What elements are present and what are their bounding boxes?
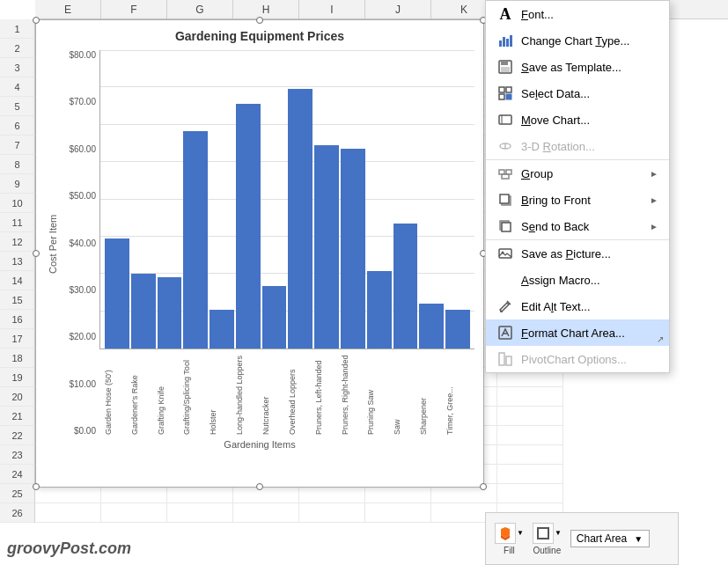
menu-item-change-chart-type[interactable]: Change Chart Type... — [486, 27, 669, 54]
menu-label-change-chart-type: Change Chart Type... — [521, 34, 658, 48]
bar-overhead-loppers — [288, 89, 313, 349]
x-label: Timer, Gree... — [445, 349, 470, 437]
svg-rect-11 — [499, 115, 511, 124]
row-header: 16 — [0, 310, 35, 329]
menu-item-edit-alt-text[interactable]: Edit Alt Text... — [486, 293, 669, 319]
x-label: Saw — [393, 349, 417, 437]
fill-button[interactable] — [495, 523, 516, 544]
menu-item-bring-to-front[interactable]: Bring to Front ► — [486, 187, 669, 213]
menu-label-select-data: Select Data... — [521, 87, 658, 100]
chart-handle-top[interactable] — [256, 17, 263, 24]
menu-item-assign-macro[interactable]: Assign Macro... — [486, 267, 669, 293]
svg-rect-22 — [499, 249, 511, 258]
x-label: Pruners, Right-handed — [341, 349, 365, 437]
bars-row — [100, 50, 474, 349]
spreadsheet: E F G H I J K N 1 2 3 4 5 6 7 8 9 10 11 … — [0, 0, 728, 565]
x-axis-label: Gardening Items — [45, 439, 474, 450]
svg-rect-9 — [499, 94, 504, 99]
row-header: 21 — [0, 407, 35, 426]
fill-dropdown-arrow[interactable]: ▼ — [517, 529, 524, 537]
chart-handle-bottomleft[interactable] — [33, 483, 40, 490]
bars-area: Garden Hose (50') Gardener's Rake Grafti… — [99, 50, 474, 437]
outline-button[interactable] — [533, 523, 554, 544]
menu-label-save-as-picture: Save as Picture... — [521, 247, 658, 260]
svg-rect-7 — [499, 87, 504, 92]
font-icon: A — [496, 5, 514, 23]
row-header: 6 — [0, 116, 35, 136]
3d-rotation-icon — [496, 137, 514, 155]
chart-handle-topleft[interactable] — [33, 17, 40, 24]
menu-item-select-data[interactable]: Select Data... — [486, 80, 669, 106]
send-to-back-icon — [496, 217, 514, 235]
row-headers: 1 2 3 4 5 6 7 8 9 10 11 12 13 14 15 16 1… — [0, 19, 35, 523]
cursor-indicator: ↗ — [657, 334, 664, 344]
y-tick: $50.00 — [61, 191, 99, 201]
menu-label-format-chart-area: Format Chart Area... — [521, 327, 658, 340]
outline-label: Outline — [533, 546, 562, 555]
x-label: Grafting Knife — [157, 349, 181, 437]
bar-grafting-knife — [158, 277, 182, 349]
x-label: Long-handled Loppers — [235, 349, 260, 437]
save-as-picture-icon — [496, 245, 514, 262]
svg-rect-21 — [502, 223, 511, 231]
row-header: 22 — [0, 426, 35, 445]
row-header: 18 — [0, 349, 35, 368]
col-header-j: J — [365, 0, 431, 18]
bar-pruners-lefthanded — [314, 145, 339, 349]
menu-label-pivotchart-options: PivotChart Options... — [521, 353, 658, 366]
select-dropdown-arrow: ▼ — [634, 534, 643, 544]
outline-button-group: ▼ Outline — [533, 523, 562, 555]
menu-item-font[interactable]: A Font... — [486, 1, 669, 27]
outline-dropdown-arrow[interactable]: ▼ — [555, 529, 562, 537]
chart-area-value: Chart Area — [577, 532, 627, 545]
menu-label-group: Group — [521, 167, 650, 180]
edit-alt-text-icon — [496, 297, 514, 315]
menu-item-3d-rotation: 3-D Rotation... — [486, 133, 669, 159]
svg-rect-6 — [501, 67, 510, 72]
svg-rect-17 — [502, 174, 509, 179]
chart-container[interactable]: Gardening Equipment Prices Cost Per Item… — [35, 19, 484, 488]
svg-rect-8 — [506, 87, 511, 92]
y-tick: $80.00 — [61, 50, 99, 60]
x-label: Pruning Saw — [366, 349, 391, 437]
svg-rect-29 — [506, 356, 511, 365]
x-label: Nutcracker — [261, 349, 286, 437]
bar-longhandled-loppers — [236, 104, 261, 349]
y-tick: $30.00 — [61, 285, 99, 295]
outline-icon-row: ▼ — [533, 523, 562, 544]
y-axis-label: Cost Per Item — [45, 50, 61, 437]
svg-rect-0 — [499, 40, 502, 47]
chart-area-select[interactable]: Chart Area ▼ — [570, 530, 650, 547]
fill-icon-row: ▼ — [495, 523, 524, 544]
row-header: 7 — [0, 136, 35, 155]
assign-macro-icon — [496, 271, 514, 289]
move-chart-icon — [496, 111, 514, 128]
row-header: 4 — [0, 77, 35, 97]
svg-rect-1 — [503, 37, 505, 47]
chart-handle-left[interactable] — [33, 250, 40, 257]
col-header-e: E — [35, 0, 101, 18]
menu-item-save-as-template[interactable]: Save as Template... — [486, 54, 669, 80]
chart-handle-bottom[interactable] — [256, 483, 263, 490]
row-header: 5 — [0, 97, 35, 116]
row-header: 17 — [0, 329, 35, 349]
bar-saw — [393, 224, 418, 349]
menu-item-send-to-back[interactable]: Send to Back ► — [486, 213, 669, 239]
menu-item-save-as-picture[interactable]: Save as Picture... — [486, 240, 669, 267]
row-header: 12 — [0, 232, 35, 252]
menu-item-group[interactable]: Group ► — [486, 160, 669, 187]
row-header: 10 — [0, 194, 35, 213]
row-header: 2 — [0, 39, 35, 58]
chart-handle-bottomright[interactable] — [480, 483, 487, 490]
bar-grafting-splicing-tool — [183, 131, 208, 349]
menu-item-move-chart[interactable]: Move Chart... — [486, 106, 669, 133]
x-label: Pruners, Left-handed — [314, 349, 339, 437]
svg-rect-30 — [538, 528, 548, 539]
row-header: 1 — [0, 19, 35, 39]
menu-item-pivotchart-options: PivotChart Options... — [486, 346, 669, 372]
row-header: 9 — [0, 174, 35, 194]
menu-label-save-as-template: Save as Template... — [521, 61, 658, 74]
bar-pruning-saw — [367, 271, 392, 349]
menu-item-format-chart-area[interactable]: Format Chart Area... ↗ — [486, 319, 669, 346]
x-label: Overhead Loppers — [288, 349, 313, 437]
